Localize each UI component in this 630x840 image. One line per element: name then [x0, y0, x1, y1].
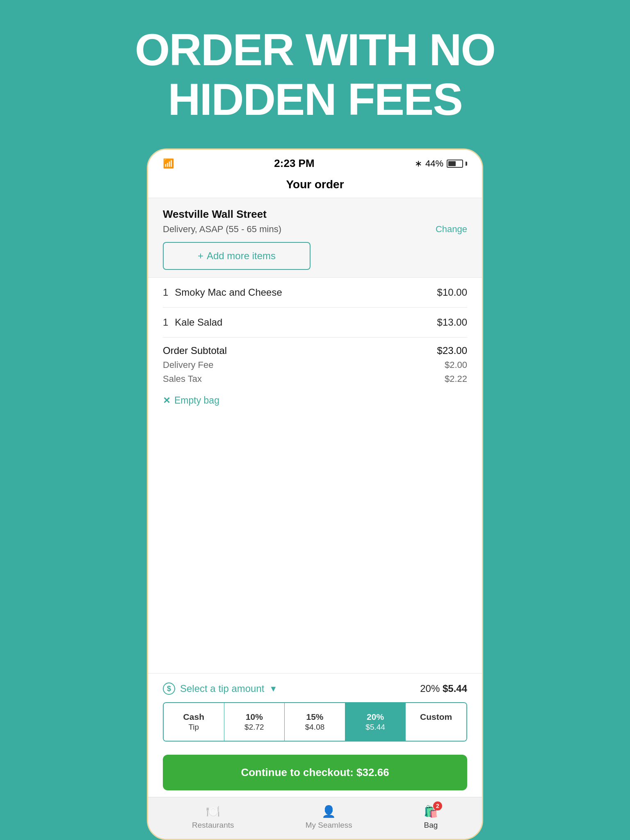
- subtotal-section: Order Subtotal $23.00 Delivery Fee $2.00…: [148, 338, 482, 388]
- tip-button-10pct[interactable]: 10% $2.72: [224, 703, 285, 741]
- plus-icon: +: [198, 250, 203, 262]
- x-icon: ✕: [163, 395, 170, 406]
- sidebar-item-my-seamless[interactable]: 👤 My Seamless: [306, 805, 352, 830]
- my-seamless-label: My Seamless: [306, 821, 352, 830]
- tip-15-val: $4.08: [288, 722, 342, 733]
- tip-amount-display: 20% $5.44: [420, 683, 467, 694]
- wifi-icon: 📶: [163, 158, 174, 169]
- tip-button-custom[interactable]: Custom: [406, 703, 466, 741]
- status-bar: 📶 2:23 PM ∗ 44%: [148, 150, 482, 174]
- item-name: Smoky Mac and Cheese: [175, 287, 282, 298]
- item-price: $13.00: [437, 317, 467, 328]
- tip-cash-val: Tip: [167, 722, 221, 733]
- add-items-button[interactable]: + Add more items: [163, 242, 310, 270]
- status-right: ∗ 44%: [415, 158, 467, 169]
- item-price: $10.00: [437, 287, 467, 298]
- continue-checkout-button[interactable]: Continue to checkout: $32.66: [163, 755, 467, 790]
- sales-tax-label: Sales Tax: [163, 374, 202, 384]
- dollar-icon: $: [163, 682, 175, 695]
- tip-20-pct: 20%: [349, 711, 402, 722]
- order-subtotal-row: Order Subtotal $23.00: [163, 345, 467, 356]
- tip-custom-label: Custom: [409, 711, 463, 722]
- delivery-fee-label: Delivery Fee: [163, 360, 213, 370]
- tip-value-label: $5.44: [443, 683, 467, 694]
- headline-text: ORDER WITH NOHIDDEN FEES: [102, 25, 528, 124]
- item-qty: 1: [163, 317, 168, 328]
- subtotal-value: $23.00: [437, 345, 467, 356]
- tip-buttons-group: Cash Tip 10% $2.72 15% $4.08 20% $5.44 C…: [163, 702, 467, 742]
- bluetooth-icon: ∗: [415, 158, 422, 169]
- subtotal-label: Order Subtotal: [163, 345, 227, 356]
- delivery-fee-row: Delivery Fee $2.00: [163, 360, 467, 370]
- restaurants-icon: 🍽️: [206, 805, 220, 818]
- content-area: [148, 413, 482, 673]
- add-items-label: Add more items: [207, 250, 276, 262]
- tip-10-val: $2.72: [228, 722, 281, 733]
- tip-header: $ Select a tip amount ▼ 20% $5.44: [163, 682, 467, 695]
- tip-10-pct: 10%: [228, 711, 281, 722]
- tip-button-15pct[interactable]: 15% $4.08: [285, 703, 345, 741]
- tip-pct-label: 20%: [420, 683, 440, 694]
- time-display: 2:23 PM: [274, 157, 314, 170]
- sales-tax-row: Sales Tax $2.22: [163, 374, 467, 384]
- delivery-info: Delivery, ASAP (55 - 65 mins) Change: [163, 224, 467, 235]
- sidebar-item-bag[interactable]: 🛍️ 2 Bag: [424, 805, 438, 830]
- restaurants-label: Restaurants: [192, 821, 234, 830]
- empty-bag-label: Empty bag: [174, 395, 219, 406]
- tip-20-val: $5.44: [349, 722, 402, 733]
- tip-section: $ Select a tip amount ▼ 20% $5.44 Cash T…: [148, 673, 482, 748]
- item-name: Kale Salad: [175, 317, 222, 328]
- delivery-fee-value: $2.00: [445, 360, 467, 370]
- bag-label: Bag: [424, 821, 438, 830]
- chevron-down-icon: ▼: [269, 684, 277, 694]
- order-items-section: 1 Smoky Mac and Cheese $10.00 1 Kale Sal…: [148, 278, 482, 338]
- tip-button-cash[interactable]: Cash Tip: [164, 703, 224, 741]
- battery-pct: 44%: [425, 158, 443, 169]
- table-row: 1 Smoky Mac and Cheese $10.00: [163, 278, 467, 308]
- battery-icon: [447, 160, 467, 168]
- my-seamless-icon: 👤: [322, 805, 336, 818]
- tip-15-pct: 15%: [288, 711, 342, 722]
- tip-select-left[interactable]: $ Select a tip amount ▼: [163, 682, 277, 695]
- page-title: Your order: [148, 174, 482, 198]
- delivery-text: Delivery, ASAP (55 - 65 mins): [163, 224, 281, 235]
- phone-frame: 📶 2:23 PM ∗ 44% Your order Westville Wal…: [147, 148, 483, 840]
- table-row: 1 Kale Salad $13.00: [163, 308, 467, 338]
- tip-button-20pct[interactable]: 20% $5.44: [345, 703, 406, 741]
- change-link[interactable]: Change: [436, 224, 467, 235]
- bottom-nav: 🍽️ Restaurants 👤 My Seamless 🛍️ 2 Bag: [148, 797, 482, 839]
- sales-tax-value: $2.22: [445, 374, 467, 384]
- bag-badge: 2: [433, 801, 442, 810]
- restaurant-name: Westville Wall Street: [163, 208, 467, 221]
- tip-cash-pct: Cash: [167, 711, 221, 722]
- empty-bag-button[interactable]: ✕ Empty bag: [148, 388, 482, 413]
- item-qty: 1: [163, 287, 168, 298]
- select-tip-label: Select a tip amount: [180, 683, 264, 694]
- sidebar-item-restaurants[interactable]: 🍽️ Restaurants: [192, 805, 234, 830]
- bag-icon-wrapper: 🛍️ 2: [424, 805, 438, 818]
- restaurant-section: Westville Wall Street Delivery, ASAP (55…: [148, 198, 482, 278]
- headline: ORDER WITH NOHIDDEN FEES: [102, 0, 528, 124]
